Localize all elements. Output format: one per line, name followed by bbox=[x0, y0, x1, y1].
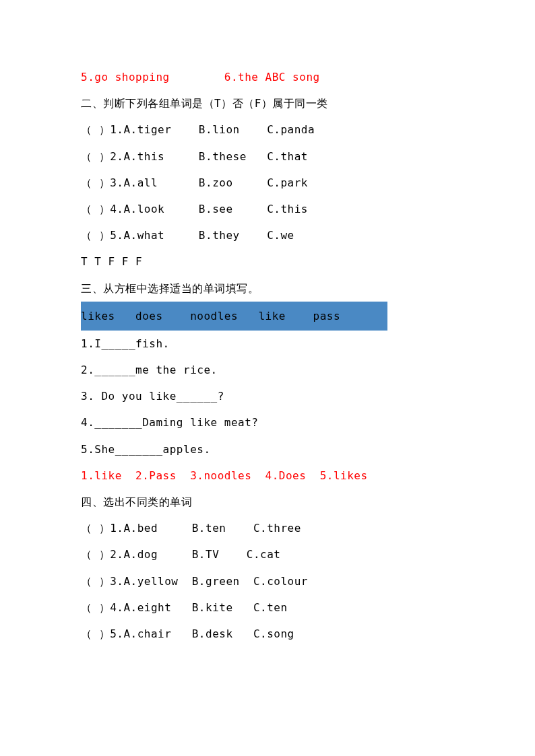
section2-q5: （ ）5.A.what B.they C.we bbox=[81, 222, 454, 248]
section2-q1: （ ）1.A.tiger B.lion C.panda bbox=[81, 116, 454, 143]
section2-q4: （ ）4.A.look B.see C.this bbox=[81, 196, 454, 222]
section2-title: 二、判断下列各组单词是（T）否（F）属于同一类 bbox=[81, 90, 454, 116]
section3-q3: 3. Do you like______? bbox=[81, 383, 454, 409]
top-answer-line: 5.go shopping 6.the ABC song bbox=[81, 64, 454, 90]
section2-answers: T T F F F bbox=[81, 248, 454, 275]
section2-q2: （ ）2.A.this B.these C.that bbox=[81, 143, 454, 170]
section2-q3: （ ）3.A.all B.zoo C.park bbox=[81, 170, 454, 196]
section4-q3: （ ）3.A.yellow B.green C.colour bbox=[81, 568, 454, 594]
word-bank-box: likes does noodles like pass bbox=[81, 302, 387, 331]
section3-title: 三、从方框中选择适当的单词填写。 bbox=[81, 275, 454, 302]
section4-q1: （ ）1.A.bed B.ten C.three bbox=[81, 515, 454, 541]
section4-q4: （ ）4.A.eight B.kite C.ten bbox=[81, 594, 454, 621]
section3-answers: 1.like 2.Pass 3.noodles 4.Does 5.likes bbox=[81, 462, 454, 489]
section3-q1: 1.I_____fish. bbox=[81, 331, 454, 357]
section4-q5: （ ）5.A.chair B.desk C.song bbox=[81, 621, 454, 647]
section3-q5: 5.She_______apples. bbox=[81, 436, 454, 462]
section3-q4: 4._______Daming like meat? bbox=[81, 409, 454, 436]
section3-q2: 2.______me the rice. bbox=[81, 357, 454, 383]
section4-q2: （ ）2.A.dog B.TV C.cat bbox=[81, 541, 454, 568]
section4-title: 四、选出不同类的单词 bbox=[81, 489, 454, 515]
